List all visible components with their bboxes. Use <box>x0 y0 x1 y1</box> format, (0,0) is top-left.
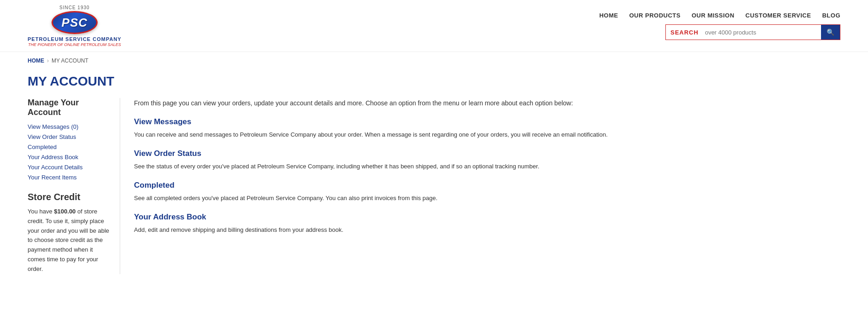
search-button[interactable]: 🔍 <box>821 25 840 40</box>
view-messages-desc: You can receive and send messages to Pet… <box>134 130 840 140</box>
breadcrumb: HOME › MY ACCOUNT <box>0 52 868 69</box>
store-credit-suffix: of store credit. To use it, simply place… <box>28 208 109 272</box>
address-book-link[interactable]: Your Address Book <box>134 213 206 221</box>
sidebar-item-messages[interactable]: View Messages (0) <box>28 123 111 130</box>
store-credit-amount: $100.00 <box>54 208 76 215</box>
sidebar-item-address-book[interactable]: Your Address Book <box>28 153 111 161</box>
sidebar-item-account-details[interactable]: Your Account Details <box>28 163 111 171</box>
company-name: PETROLEUM SERVICE COMPANY <box>28 36 122 42</box>
completed-desc: See all completed orders you've placed a… <box>134 194 840 203</box>
view-order-status-link[interactable]: View Order Status <box>134 149 201 158</box>
nav-item-customer-service[interactable]: CUSTOMER SERVICE <box>746 12 811 19</box>
account-layout: Manage Your Account View Messages (0) Vi… <box>28 98 840 274</box>
completed-link[interactable]: Completed <box>134 181 175 190</box>
view-messages-link[interactable]: View Messages <box>134 117 191 126</box>
section-order-status-heading: View Order Status <box>134 149 840 158</box>
search-input[interactable] <box>703 25 821 40</box>
store-credit-text: You have $100.00 of store credit. To use… <box>28 207 111 274</box>
sidebar-item-order-status[interactable]: View Order Status <box>28 133 111 140</box>
since-text: SINCE 1930 <box>59 5 90 10</box>
manage-your-account-title: Manage Your Account <box>28 98 111 117</box>
sidebar-item-completed[interactable]: Completed <box>28 143 111 150</box>
sidebar-item-recent-items[interactable]: Your Recent Items <box>28 173 111 181</box>
logo-area: SINCE 1930 PSC PETROLEUM SERVICE COMPANY… <box>28 5 122 47</box>
section-view-messages-heading: View Messages <box>134 117 840 126</box>
order-status-desc: See the status of every order you've pla… <box>134 162 840 172</box>
store-credit-title: Store Credit <box>28 192 111 202</box>
section-completed-heading: Completed <box>134 181 840 190</box>
main-content: MY ACCOUNT Manage Your Account View Mess… <box>0 69 868 288</box>
nav-item-blog[interactable]: BLOG <box>822 12 840 19</box>
sidebar: Manage Your Account View Messages (0) Vi… <box>28 98 120 274</box>
logo-tagline: THE PIONEER OF ONLINE PETROLEUM SALES <box>28 42 121 47</box>
breadcrumb-separator: › <box>47 58 49 64</box>
nav-search-area: HOME OUR PRODUCTS OUR MISSION CUSTOMER S… <box>599 12 840 40</box>
sidebar-nav: View Messages (0) View Order Status Comp… <box>28 123 111 181</box>
section-address-book-heading: Your Address Book <box>134 213 840 222</box>
account-main: From this page you can view your orders,… <box>120 98 840 274</box>
account-intro: From this page you can view your orders,… <box>134 98 840 108</box>
header: SINCE 1930 PSC PETROLEUM SERVICE COMPANY… <box>0 0 868 52</box>
search-box: SEARCH 🔍 <box>665 24 840 40</box>
logo-oval: PSC <box>52 11 98 34</box>
store-credit-prefix: You have <box>28 208 54 215</box>
breadcrumb-current: MY ACCOUNT <box>52 58 88 64</box>
logo-psc: PSC <box>62 16 87 30</box>
breadcrumb-home[interactable]: HOME <box>28 58 44 64</box>
search-label: SEARCH <box>666 25 703 40</box>
nav-item-products[interactable]: OUR PRODUCTS <box>629 12 680 19</box>
nav-item-mission[interactable]: OUR MISSION <box>692 12 734 19</box>
page-title: MY ACCOUNT <box>28 74 840 89</box>
nav-item-home[interactable]: HOME <box>599 12 618 19</box>
address-book-desc: Add, edit and remove shipping and billin… <box>134 225 840 235</box>
logo-badge: SINCE 1930 PSC <box>49 5 100 34</box>
main-nav: HOME OUR PRODUCTS OUR MISSION CUSTOMER S… <box>599 12 840 19</box>
